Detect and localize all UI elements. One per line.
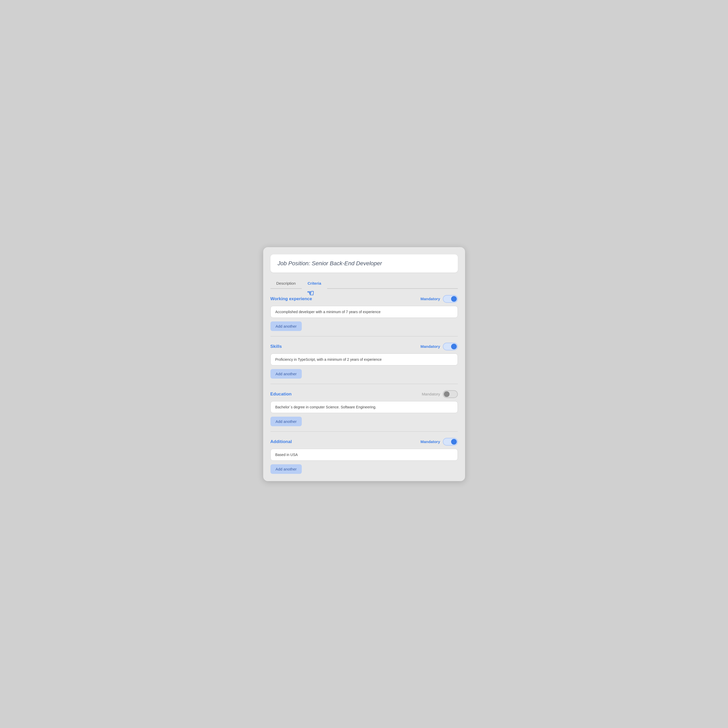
section-skills-mandatory: Mandatory [421,343,458,350]
app-container: Job Position: Senior Back-End Developer … [263,247,465,481]
add-another-additional[interactable]: Add another [271,464,302,474]
add-another-skills[interactable]: Add another [271,369,302,379]
section-education-label: Education [271,392,292,397]
section-education-header: Education Mandatory [271,390,458,398]
tab-description[interactable]: Description [271,278,302,288]
section-working-experience-header: Working experience Mandatory [271,295,458,303]
toggle-additional[interactable] [443,438,458,446]
section-additional-label: Additional [271,439,292,444]
input-row-education [271,401,458,416]
job-title-value: Senior Back-End Developer [312,260,382,266]
divider-3 [271,431,458,432]
toggle-knob-additional [451,439,457,445]
section-working-experience-label: Working experience [271,296,312,301]
add-another-working-experience[interactable]: Add another [271,321,302,331]
section-additional-mandatory: Mandatory [421,438,458,446]
tabs: Description Criteria ☜ [271,278,458,289]
toggle-working-experience[interactable] [443,295,458,303]
mandatory-label-skills: Mandatory [421,344,440,349]
section-additional-header: Additional Mandatory [271,438,458,446]
input-wrapper-additional [271,449,458,463]
mandatory-label-education: Mandatory [422,392,440,396]
toggle-education[interactable] [443,390,458,398]
input-additional[interactable] [271,449,458,461]
mandatory-label-additional: Mandatory [421,439,440,444]
section-skills-header: Skills Mandatory [271,343,458,350]
input-row-working-experience [271,306,458,320]
toggle-knob-education [444,391,450,397]
section-additional: Additional Mandatory Add another [271,438,458,474]
divider-1 [271,336,458,336]
input-working-experience[interactable] [271,306,458,318]
input-wrapper-working-experience [271,306,458,320]
input-wrapper-skills [271,353,458,368]
toggle-skills[interactable] [443,343,458,350]
toggle-knob-skills [451,344,457,349]
section-working-experience-mandatory: Mandatory [421,295,458,303]
job-position-label: Job Position: [278,260,310,266]
section-education: Education Mandatory Add another [271,390,458,426]
job-header: Job Position: Senior Back-End Developer [271,254,458,272]
add-another-education[interactable]: Add another [271,417,302,426]
section-working-experience: Working experience Mandatory Add another [271,295,458,331]
section-skills: Skills Mandatory Add another [271,343,458,379]
toggle-knob-working-experience [451,296,457,302]
tab-criteria[interactable]: Criteria ☜ [302,278,327,289]
mandatory-label-working-experience: Mandatory [421,297,440,301]
input-skills[interactable] [271,353,458,366]
input-row-additional [271,449,458,463]
section-education-mandatory: Mandatory [422,390,458,398]
page-title: Job Position: Senior Back-End Developer [278,260,451,267]
section-skills-label: Skills [271,344,282,349]
sections-container: Working experience Mandatory Add another… [271,295,458,474]
input-row-skills [271,353,458,368]
input-education[interactable] [271,401,458,413]
input-wrapper-education [271,401,458,416]
